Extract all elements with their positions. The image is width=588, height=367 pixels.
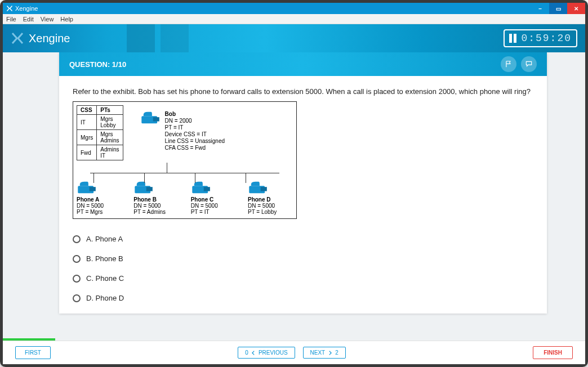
svg-rect-3 [90, 187, 96, 191]
option-a-label: A. Phone A [86, 235, 123, 243]
phone-d: Phone D DN = 5000 PT = Lobby [248, 181, 293, 215]
svg-rect-7 [203, 187, 210, 191]
option-c[interactable]: C. Phone C [73, 268, 533, 288]
pause-icon [509, 34, 516, 43]
question-text: Refer to the exhibit. Bob has set his ph… [73, 87, 533, 96]
window-close-button[interactable]: ✕ [567, 3, 585, 14]
option-d[interactable]: D. Phone D [73, 288, 533, 308]
window-title: Xengine [15, 5, 38, 12]
phone-a: Phone A DN = 5000 PT = Mgrs [77, 181, 122, 215]
speech-bubble-icon [525, 60, 533, 68]
timer[interactable]: 0:59:20 [504, 29, 577, 47]
option-b-label: B. Phone B [86, 254, 123, 263]
radio-icon [73, 294, 81, 302]
radio-icon [73, 255, 81, 263]
css-partition-table: CSSPTs ITMgrs Lobby MgrsMgrs Admins FwdA… [77, 105, 123, 160]
arrow-right-icon [327, 350, 333, 356]
question-header: QUESTION: 1/10 [59, 52, 547, 76]
app-banner: Xengine 0:59:20 [3, 24, 585, 52]
svg-rect-5 [146, 187, 153, 191]
radio-icon [73, 275, 81, 283]
menu-help[interactable]: Help [60, 16, 73, 23]
titlebar: Xengine – ▭ ✕ [3, 3, 585, 14]
finish-button[interactable]: FINISH [533, 346, 573, 359]
app-logo-icon [6, 5, 13, 12]
menu-edit[interactable]: Edit [23, 16, 34, 23]
phone-b: Phone B DN = 5000 PT = Admins [133, 181, 179, 215]
phone-icon [140, 111, 162, 126]
radio-icon [73, 235, 81, 243]
progress-bar [3, 338, 585, 341]
previous-button[interactable]: 0 PREVIOUS [238, 347, 295, 359]
app-name: Xengine [29, 32, 70, 45]
phone-c: Phone C DN = 5000 PT = IT [191, 181, 236, 215]
flag-button[interactable] [501, 56, 516, 72]
option-c-label: C. Phone C [86, 274, 124, 283]
option-b[interactable]: B. Phone B [73, 249, 533, 268]
menu-view[interactable]: View [41, 16, 54, 23]
arrow-left-icon [251, 350, 256, 356]
window-minimize-button[interactable]: – [531, 3, 549, 14]
flag-icon [505, 60, 513, 68]
menubar: File Edit View Help [3, 14, 585, 24]
menu-file[interactable]: File [6, 16, 16, 23]
svg-rect-9 [261, 187, 267, 191]
comment-button[interactable] [521, 56, 537, 72]
exhibit-diagram: CSSPTs ITMgrs Lobby MgrsMgrs Admins FwdA… [73, 101, 297, 219]
timer-value: 0:59:20 [521, 33, 572, 44]
app-logo-icon [11, 32, 24, 45]
footer-nav: FIRST 0 PREVIOUS NEXT 2 FINISH [3, 341, 585, 364]
option-d-label: D. Phone D [86, 294, 124, 302]
next-button[interactable]: NEXT 2 [303, 347, 346, 359]
window-maximize-button[interactable]: ▭ [549, 3, 567, 14]
first-button[interactable]: FIRST [15, 346, 51, 359]
option-a[interactable]: A. Phone A [73, 229, 533, 249]
svg-rect-1 [153, 117, 159, 121]
question-counter: QUESTION: 1/10 [69, 60, 126, 69]
